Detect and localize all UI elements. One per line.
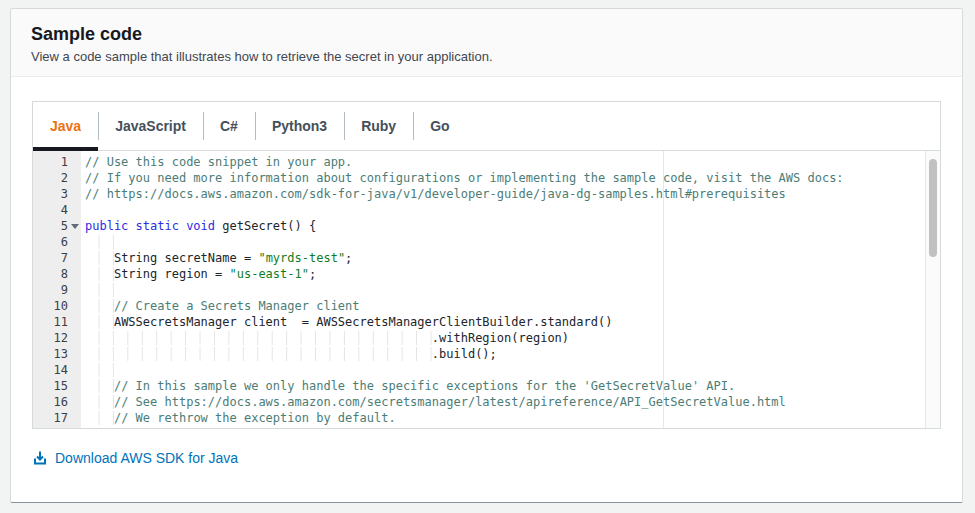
code-line: // We rethrow the exception by default.	[85, 410, 940, 426]
code-line	[85, 202, 940, 218]
code-token-indent	[85, 283, 114, 297]
gutter-line-number: 12	[33, 330, 81, 346]
tab-python3[interactable]: Python3	[255, 102, 344, 150]
code-token-comment: // We rethrow the exception by default.	[114, 411, 396, 425]
code-token-indent	[85, 411, 114, 425]
gutter-line-number: 2	[33, 170, 81, 186]
code-token-plain: .build();	[432, 347, 497, 361]
code-line: .withRegion(region)	[85, 330, 940, 346]
editor-code-area[interactable]: // Use this code snippet in your app.// …	[81, 151, 940, 428]
code-token-indent	[85, 331, 432, 345]
gutter-line-number: 9	[33, 282, 81, 298]
code-token-comment: // Use this code snippet in your app.	[85, 155, 352, 169]
code-token-comment: // Create a Secrets Manager client	[114, 299, 360, 313]
code-token-indent	[85, 347, 432, 361]
code-token-plain: getSecret() {	[215, 219, 316, 233]
code-token-plain: .withRegion(region)	[432, 331, 569, 345]
tab-java[interactable]: Java	[33, 102, 98, 150]
gutter-line-number: 1	[33, 154, 81, 170]
code-token-plain: String secretName =	[114, 251, 259, 265]
code-token-indent	[85, 299, 114, 313]
code-line: String region = "us-east-1";	[85, 266, 940, 282]
code-token-indent	[85, 395, 114, 409]
code-line: String secretName = "myrds-test";	[85, 250, 940, 266]
code-token-indent	[85, 379, 114, 393]
code-line: // https://docs.aws.amazon.com/sdk-for-j…	[85, 186, 940, 202]
code-line: // See https://docs.aws.amazon.com/secre…	[85, 394, 940, 410]
gutter-line-number: 11	[33, 314, 81, 330]
tab-go[interactable]: Go	[413, 102, 466, 150]
code-token-plain: String region =	[114, 267, 230, 281]
code-token-keyword: public static void	[85, 219, 215, 233]
code-line: AWSSecretsManager client = AWSSecretsMan…	[85, 314, 940, 330]
gutter-line-number: 14	[33, 362, 81, 378]
download-icon	[32, 450, 48, 466]
code-line: public static void getSecret() {	[85, 218, 940, 234]
code-line	[85, 282, 940, 298]
gutter-line-number: 5	[33, 218, 81, 234]
code-token-indent	[85, 267, 114, 281]
code-line	[85, 362, 940, 378]
gutter-line-number: 6	[33, 234, 81, 250]
sample-code-panel: Sample code View a code sample that illu…	[10, 8, 963, 503]
gutter-line-number: 4	[33, 202, 81, 218]
code-token-comment: // https://docs.aws.amazon.com/sdk-for-j…	[85, 187, 786, 201]
code-token-comment: // See https://docs.aws.amazon.com/secre…	[114, 395, 786, 409]
gutter-line-number: 7	[33, 250, 81, 266]
code-token-comment: // If you need more information about co…	[85, 171, 844, 185]
code-line	[85, 234, 940, 250]
gutter-line-number: 16	[33, 394, 81, 410]
gutter-line-number: 8	[33, 266, 81, 282]
tab-javascript[interactable]: JavaScript	[98, 102, 203, 150]
code-token-indent	[85, 363, 114, 377]
gutter-line-number: 13	[33, 346, 81, 362]
code-token-plain: ;	[309, 267, 316, 281]
code-editor[interactable]: 1234567891011121314151617 // Use this co…	[33, 151, 940, 428]
panel-header: Sample code View a code sample that illu…	[11, 9, 962, 77]
panel-description: View a code sample that illustrates how …	[31, 49, 942, 64]
editor-vertical-scrollbar[interactable]	[925, 151, 940, 428]
code-line: // If you need more information about co…	[85, 170, 940, 186]
code-token-comment: // In this sample we only handle the spe…	[114, 379, 735, 393]
scrollbar-thumb[interactable]	[929, 159, 937, 257]
gutter-line-number: 15	[33, 378, 81, 394]
download-link-label: Download AWS SDK for Java	[55, 450, 238, 466]
panel-body: JavaJavaScriptC#Python3RubyGo 1234567891…	[11, 77, 962, 470]
code-sample-widget: JavaJavaScriptC#Python3RubyGo 1234567891…	[32, 101, 941, 429]
code-token-plain: ;	[345, 251, 352, 265]
code-line: // In this sample we only handle the spe…	[85, 378, 940, 394]
tab-ruby[interactable]: Ruby	[344, 102, 413, 150]
download-sdk-link[interactable]: Download AWS SDK for Java	[32, 450, 238, 466]
code-line: // Create a Secrets Manager client	[85, 298, 940, 314]
code-line: // Use this code snippet in your app.	[85, 154, 940, 170]
code-line: .build();	[85, 346, 940, 362]
code-token-string: "myrds-test"	[258, 251, 345, 265]
tab-c[interactable]: C#	[203, 102, 255, 150]
code-lines: // Use this code snippet in your app.// …	[85, 154, 940, 426]
gutter-line-number: 17	[33, 410, 81, 426]
language-tabs: JavaJavaScriptC#Python3RubyGo	[33, 102, 940, 151]
gutter-line-number: 3	[33, 186, 81, 202]
code-token-plain: AWSSecretsManager client = AWSSecretsMan…	[114, 315, 613, 329]
gutter-line-number: 10	[33, 298, 81, 314]
editor-gutter: 1234567891011121314151617	[33, 151, 81, 428]
page-title: Sample code	[31, 24, 942, 45]
code-token-indent	[85, 315, 114, 329]
code-token-indent	[85, 235, 114, 249]
code-token-indent	[85, 251, 114, 265]
code-token-string: "us-east-1"	[230, 267, 309, 281]
fold-toggle-icon[interactable]	[71, 224, 79, 229]
